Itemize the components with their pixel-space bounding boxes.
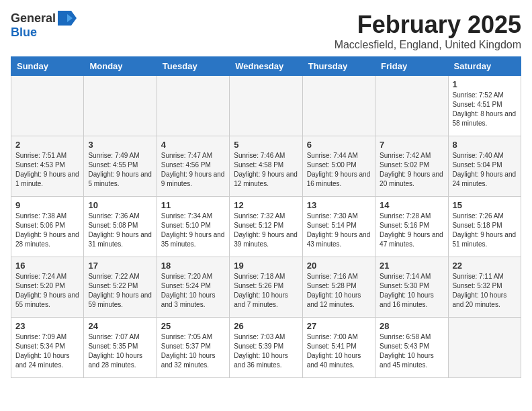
day-number: 23: [15, 321, 79, 331]
calendar-day-cell: 11Sunrise: 7:34 AM Sunset: 5:10 PM Dayli…: [157, 197, 229, 257]
calendar-day-cell: 6Sunrise: 7:44 AM Sunset: 5:00 PM Daylig…: [302, 136, 375, 197]
calendar-week-row: 23Sunrise: 7:09 AM Sunset: 5:34 PM Dayli…: [11, 318, 521, 378]
calendar-title: February 2025: [335, 11, 521, 39]
day-info: Sunrise: 7:20 AM Sunset: 5:24 PM Dayligh…: [161, 272, 225, 310]
day-info: Sunrise: 7:07 AM Sunset: 5:35 PM Dayligh…: [88, 332, 152, 370]
day-info: Sunrise: 7:28 AM Sunset: 5:16 PM Dayligh…: [380, 212, 443, 249]
day-number: 26: [234, 321, 298, 331]
calendar-day-cell: 27Sunrise: 7:00 AM Sunset: 5:41 PM Dayli…: [302, 318, 375, 378]
day-info: Sunrise: 7:42 AM Sunset: 5:02 PM Dayligh…: [380, 151, 443, 189]
calendar-day-cell: 24Sunrise: 7:07 AM Sunset: 5:35 PM Dayli…: [84, 318, 157, 378]
day-number: 1: [453, 79, 517, 89]
title-section: February 2025 Macclesfield, England, Uni…: [335, 11, 521, 51]
day-info: Sunrise: 7:09 AM Sunset: 5:34 PM Dayligh…: [15, 332, 79, 370]
day-number: 14: [380, 200, 443, 210]
calendar-week-row: 9Sunrise: 7:38 AM Sunset: 5:06 PM Daylig…: [11, 197, 521, 257]
day-number: 27: [307, 321, 371, 331]
calendar-day-cell: 21Sunrise: 7:14 AM Sunset: 5:30 PM Dayli…: [375, 257, 448, 318]
calendar-day-cell: 16Sunrise: 7:24 AM Sunset: 5:20 PM Dayli…: [11, 257, 84, 318]
day-info: Sunrise: 7:51 AM Sunset: 4:53 PM Dayligh…: [15, 151, 79, 189]
day-number: 6: [307, 140, 371, 150]
calendar-day-cell: 12Sunrise: 7:32 AM Sunset: 5:12 PM Dayli…: [230, 197, 302, 257]
day-info: Sunrise: 7:03 AM Sunset: 5:39 PM Dayligh…: [234, 332, 298, 370]
calendar-week-row: 2Sunrise: 7:51 AM Sunset: 4:53 PM Daylig…: [11, 136, 521, 197]
day-info: Sunrise: 6:58 AM Sunset: 5:43 PM Dayligh…: [380, 332, 443, 370]
calendar-week-row: 1Sunrise: 7:52 AM Sunset: 4:51 PM Daylig…: [11, 76, 521, 136]
calendar-day-cell: [448, 318, 521, 378]
day-header-sunday: Sunday: [11, 57, 84, 76]
calendar-day-cell: 28Sunrise: 6:58 AM Sunset: 5:43 PM Dayli…: [375, 318, 448, 378]
calendar-day-cell: 9Sunrise: 7:38 AM Sunset: 5:06 PM Daylig…: [11, 197, 84, 257]
day-header-saturday: Saturday: [448, 57, 521, 76]
calendar-day-cell: [302, 76, 375, 136]
day-number: 15: [453, 200, 517, 210]
day-number: 20: [307, 261, 371, 271]
logo-general-text: General: [11, 11, 56, 26]
day-info: Sunrise: 7:44 AM Sunset: 5:00 PM Dayligh…: [307, 151, 371, 189]
day-number: 25: [161, 321, 225, 331]
calendar-day-cell: 19Sunrise: 7:18 AM Sunset: 5:26 PM Dayli…: [230, 257, 302, 318]
calendar-day-cell: [157, 76, 229, 136]
day-number: 8: [453, 140, 517, 150]
calendar-table: SundayMondayTuesdayWednesdayThursdayFrid…: [11, 56, 521, 378]
day-number: 10: [88, 200, 152, 210]
day-info: Sunrise: 7:24 AM Sunset: 5:20 PM Dayligh…: [15, 272, 79, 310]
day-number: 9: [15, 200, 79, 210]
calendar-day-cell: [84, 76, 157, 136]
day-info: Sunrise: 7:49 AM Sunset: 4:55 PM Dayligh…: [88, 151, 152, 189]
day-number: 19: [234, 261, 298, 271]
calendar-day-cell: 18Sunrise: 7:20 AM Sunset: 5:24 PM Dayli…: [157, 257, 229, 318]
logo-bird-icon: [58, 11, 77, 26]
day-number: 7: [380, 140, 443, 150]
calendar-week-row: 16Sunrise: 7:24 AM Sunset: 5:20 PM Dayli…: [11, 257, 521, 318]
calendar-day-cell: 14Sunrise: 7:28 AM Sunset: 5:16 PM Dayli…: [375, 197, 448, 257]
day-number: 11: [161, 200, 225, 210]
day-number: 18: [161, 261, 225, 271]
day-number: 17: [88, 261, 152, 271]
day-header-monday: Monday: [84, 57, 157, 76]
day-info: Sunrise: 7:14 AM Sunset: 5:30 PM Dayligh…: [380, 272, 443, 310]
day-number: 28: [380, 321, 443, 331]
day-number: 5: [234, 140, 298, 150]
calendar-day-cell: [230, 76, 302, 136]
day-header-friday: Friday: [375, 57, 448, 76]
calendar-day-cell: 23Sunrise: 7:09 AM Sunset: 5:34 PM Dayli…: [11, 318, 84, 378]
day-info: Sunrise: 7:11 AM Sunset: 5:32 PM Dayligh…: [453, 272, 517, 310]
calendar-day-cell: 13Sunrise: 7:30 AM Sunset: 5:14 PM Dayli…: [302, 197, 375, 257]
day-info: Sunrise: 7:34 AM Sunset: 5:10 PM Dayligh…: [161, 212, 225, 249]
day-info: Sunrise: 7:16 AM Sunset: 5:28 PM Dayligh…: [307, 272, 371, 310]
day-number: 12: [234, 200, 298, 210]
calendar-day-cell: [11, 76, 84, 136]
calendar-day-cell: 10Sunrise: 7:36 AM Sunset: 5:08 PM Dayli…: [84, 197, 157, 257]
calendar-day-cell: 8Sunrise: 7:40 AM Sunset: 5:04 PM Daylig…: [448, 136, 521, 197]
calendar-day-cell: 1Sunrise: 7:52 AM Sunset: 4:51 PM Daylig…: [448, 76, 521, 136]
day-header-wednesday: Wednesday: [230, 57, 302, 76]
logo: General Blue: [11, 11, 77, 40]
calendar-day-cell: 3Sunrise: 7:49 AM Sunset: 4:55 PM Daylig…: [84, 136, 157, 197]
day-info: Sunrise: 7:46 AM Sunset: 4:58 PM Dayligh…: [234, 151, 298, 189]
calendar-day-cell: 5Sunrise: 7:46 AM Sunset: 4:58 PM Daylig…: [230, 136, 302, 197]
page-header: General Blue February 2025 Macclesfield,…: [11, 11, 521, 51]
logo-blue-text: Blue: [11, 26, 37, 39]
day-number: 13: [307, 200, 371, 210]
day-info: Sunrise: 7:52 AM Sunset: 4:51 PM Dayligh…: [453, 91, 517, 128]
day-header-tuesday: Tuesday: [157, 57, 229, 76]
calendar-day-cell: 7Sunrise: 7:42 AM Sunset: 5:02 PM Daylig…: [375, 136, 448, 197]
calendar-day-cell: 15Sunrise: 7:26 AM Sunset: 5:18 PM Dayli…: [448, 197, 521, 257]
calendar-day-cell: 22Sunrise: 7:11 AM Sunset: 5:32 PM Dayli…: [448, 257, 521, 318]
day-number: 21: [380, 261, 443, 271]
day-info: Sunrise: 7:26 AM Sunset: 5:18 PM Dayligh…: [453, 212, 517, 249]
day-number: 22: [453, 261, 517, 271]
day-info: Sunrise: 7:30 AM Sunset: 5:14 PM Dayligh…: [307, 212, 371, 249]
day-number: 4: [161, 140, 225, 150]
day-number: 24: [88, 321, 152, 331]
day-info: Sunrise: 7:00 AM Sunset: 5:41 PM Dayligh…: [307, 332, 371, 370]
day-number: 16: [15, 261, 79, 271]
calendar-day-cell: 26Sunrise: 7:03 AM Sunset: 5:39 PM Dayli…: [230, 318, 302, 378]
day-number: 2: [15, 140, 79, 150]
day-info: Sunrise: 7:18 AM Sunset: 5:26 PM Dayligh…: [234, 272, 298, 310]
day-info: Sunrise: 7:38 AM Sunset: 5:06 PM Dayligh…: [15, 212, 79, 249]
calendar-header-row: SundayMondayTuesdayWednesdayThursdayFrid…: [11, 57, 521, 76]
calendar-day-cell: 4Sunrise: 7:47 AM Sunset: 4:56 PM Daylig…: [157, 136, 229, 197]
day-info: Sunrise: 7:22 AM Sunset: 5:22 PM Dayligh…: [88, 272, 152, 310]
